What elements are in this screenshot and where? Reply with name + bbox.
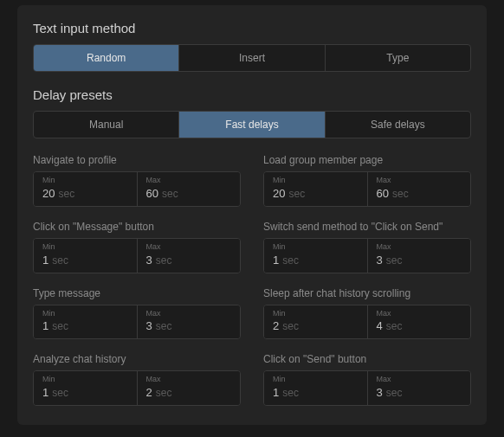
delay-pair: Min20secMax60sec <box>263 171 471 207</box>
min-value: 2 <box>273 319 279 332</box>
delay-item: Analyze chat historyMin1secMax2sec <box>33 353 241 406</box>
max-value: 60 <box>377 187 389 200</box>
delay-pair: Min1secMax2sec <box>33 370 241 406</box>
delay-max-cell[interactable]: Max3sec <box>368 239 471 273</box>
seg-type[interactable]: Type <box>326 45 470 71</box>
delay-min-cell[interactable]: Min1sec <box>34 371 138 405</box>
delay-min-cell[interactable]: Min1sec <box>34 239 138 273</box>
delay-max-cell[interactable]: Max60sec <box>368 172 471 206</box>
delay-pair: Min1secMax3sec <box>263 370 471 406</box>
max-label: Max <box>146 309 232 318</box>
delay-min-cell[interactable]: Min20sec <box>264 172 368 206</box>
max-label: Max <box>146 375 232 384</box>
delay-label: Type message <box>33 287 241 299</box>
delay-max-cell[interactable]: Max2sec <box>138 371 241 405</box>
max-value: 60 <box>146 187 158 200</box>
delay-pair: Min20secMax60sec <box>33 171 241 207</box>
unit-label: sec <box>282 387 299 399</box>
min-label: Min <box>42 309 128 318</box>
text-input-seg: Random Insert Type <box>33 44 471 72</box>
seg-safe[interactable]: Safe delays <box>326 112 470 138</box>
max-value: 2 <box>146 386 152 399</box>
delay-min-cell[interactable]: Min2sec <box>264 305 368 339</box>
delay-max-cell[interactable]: Max4sec <box>368 305 471 339</box>
unit-label: sec <box>52 387 68 399</box>
unit-label: sec <box>282 320 299 332</box>
max-label: Max <box>146 242 232 252</box>
max-label: Max <box>377 309 462 318</box>
seg-manual[interactable]: Manual <box>34 112 179 138</box>
min-label: Min <box>42 176 128 185</box>
min-label: Min <box>273 242 359 252</box>
delay-item: Type messageMin1secMax3sec <box>33 287 241 340</box>
unit-label: sec <box>282 254 299 267</box>
delay-pair: Min1secMax3sec <box>33 238 241 273</box>
delay-max-cell[interactable]: Max3sec <box>368 371 471 405</box>
max-label: Max <box>377 242 462 252</box>
min-label: Min <box>42 375 128 384</box>
min-value: 1 <box>42 319 48 332</box>
unit-label: sec <box>156 387 172 399</box>
delay-label: Analyze chat history <box>33 353 241 365</box>
delay-item: Navigate to profileMin20secMax60sec <box>33 154 241 207</box>
delay-presets-seg: Manual Fast delays Safe delays <box>33 111 471 138</box>
unit-label: sec <box>288 188 305 200</box>
max-value: 4 <box>377 319 383 332</box>
unit-label: sec <box>52 254 68 267</box>
max-label: Max <box>377 375 462 384</box>
delay-item: Load group member pageMin20secMax60sec <box>263 154 471 207</box>
unit-label: sec <box>162 188 178 200</box>
max-label: Max <box>146 176 232 185</box>
delay-max-cell[interactable]: Max60sec <box>138 172 241 206</box>
seg-fast[interactable]: Fast delays <box>179 112 325 138</box>
unit-label: sec <box>58 188 74 200</box>
delay-label: Sleep after chat history scrolling <box>263 287 471 299</box>
delay-pair: Min1secMax3sec <box>263 238 471 273</box>
delay-item: Click on "Send" buttonMin1secMax3sec <box>263 353 471 406</box>
delay-max-cell[interactable]: Max3sec <box>138 239 241 273</box>
delay-label: Switch send method to "Click on Send" <box>263 221 471 233</box>
delay-min-cell[interactable]: Min1sec <box>264 371 368 405</box>
min-value: 1 <box>273 254 279 267</box>
delay-label: Click on "Message" button <box>33 221 241 233</box>
unit-label: sec <box>386 254 403 267</box>
delay-min-cell[interactable]: Min20sec <box>34 172 138 206</box>
delay-label: Click on "Send" button <box>263 353 471 365</box>
max-value: 3 <box>377 386 383 399</box>
unit-label: sec <box>52 320 68 332</box>
unit-label: sec <box>392 188 409 200</box>
text-input-title: Text input method <box>33 21 471 35</box>
delay-min-cell[interactable]: Min1sec <box>264 239 368 273</box>
delay-presets-title: Delay presets <box>33 87 471 102</box>
delay-item: Switch send method to "Click on Send"Min… <box>263 221 471 273</box>
min-value: 20 <box>273 187 285 200</box>
min-value: 1 <box>273 386 279 399</box>
min-label: Min <box>42 242 128 252</box>
delay-min-cell[interactable]: Min1sec <box>34 305 138 339</box>
delay-label: Navigate to profile <box>33 154 241 166</box>
delay-grid: Navigate to profileMin20secMax60secLoad … <box>33 154 471 406</box>
seg-random[interactable]: Random <box>34 45 179 71</box>
min-label: Min <box>273 176 359 185</box>
min-value: 1 <box>42 254 48 267</box>
max-value: 3 <box>146 319 152 332</box>
max-value: 3 <box>377 254 383 267</box>
delay-item: Sleep after chat history scrollingMin2se… <box>263 287 471 340</box>
seg-insert[interactable]: Insert <box>179 45 325 71</box>
delay-label: Load group member page <box>263 154 471 166</box>
unit-label: sec <box>386 387 403 399</box>
min-label: Min <box>273 309 359 318</box>
unit-label: sec <box>386 320 403 332</box>
unit-label: sec <box>156 254 172 267</box>
settings-panel: Text input method Random Insert Type Del… <box>17 5 487 425</box>
min-value: 1 <box>42 386 48 399</box>
delay-pair: Min1secMax3sec <box>33 305 241 340</box>
delay-max-cell[interactable]: Max3sec <box>138 305 241 339</box>
delay-pair: Min2secMax4sec <box>263 305 471 340</box>
delay-item: Click on "Message" buttonMin1secMax3sec <box>33 221 241 273</box>
min-label: Min <box>273 375 359 384</box>
max-value: 3 <box>146 254 152 267</box>
min-value: 20 <box>42 187 55 200</box>
unit-label: sec <box>156 320 172 332</box>
max-label: Max <box>377 176 462 185</box>
